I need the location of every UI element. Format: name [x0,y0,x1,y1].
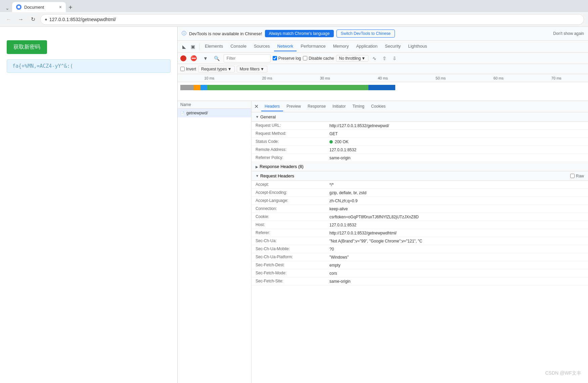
request-headers-section[interactable]: Request Headers Raw [252,171,588,181]
val-sec-fetch-dest: empty [329,263,584,268]
timeline-mark-5: 50 ms [436,76,446,80]
tbar-blue [200,85,207,90]
device-icon-btn[interactable]: ▣ [189,43,197,51]
get-password-button[interactable]: 获取新密码 [7,40,47,54]
filter-input[interactable] [224,54,271,62]
key-sec-fetch-mode: Sec-Fetch-Mode: [256,271,329,276]
back-btn[interactable]: ← [4,15,13,24]
upload-icon-btn[interactable]: ⇧ [380,54,389,62]
tab-lighthouse[interactable]: Lighthous [405,42,430,51]
more-filters-btn[interactable]: More filters ▼ [237,66,267,72]
filter-icon-btn[interactable]: ▼ [201,54,210,62]
main-area: 获取新密码 fa{+%MN,=ACZ4-yY^&:( ⓘ DevTools is… [0,27,588,383]
dont-show-again-btn[interactable]: Don't show again [553,31,584,36]
timeline-mark-3: 30 ms [320,76,330,80]
tab-performance[interactable]: Performance [297,42,329,51]
val-sec-fetch-site: same-origin [329,279,584,284]
browser-window: ⌄ Document × + ← → ↻ ● 127.0.0.1:8532/ge… [0,0,588,383]
general-row-status: Status Code: 200 OK [252,138,588,146]
req-header-sec-fetch-mode: Sec-Fetch-Mode: cors [252,269,588,277]
request-types-btn[interactable]: Request types ▼ [198,66,235,72]
row-val-url: http://127.0.0.1:8532/getnewpwd/ [329,123,584,128]
filter-row: Invert Request types ▼ More filters ▼ [178,64,588,74]
detail-tab-timing[interactable]: Timing [349,102,368,111]
val-accept-language: zh-CN,zh;q=0.9 [329,198,584,203]
tab-close-btn[interactable]: × [59,4,62,10]
row-val-status: 200 OK [329,139,584,144]
request-item-getnewpwd[interactable]: 📄 getnewpwd/ [178,109,251,117]
raw-checkbox-input[interactable] [570,174,575,178]
wifi-icon-btn[interactable]: ∿ [370,54,378,62]
address-bar[interactable]: ● 127.0.0.1:8532/getnewpwdhtml/ [40,14,584,25]
tab-dropdown-btn[interactable]: ⌄ [3,4,12,12]
key-sec-ch-ua-mobile: Sec-Ch-Ua-Mobile: [256,247,329,252]
timeline-bar-area [178,82,588,101]
lock-icon: ● [45,17,47,22]
val-accept: */* [329,182,584,187]
tab-elements[interactable]: Elements [201,42,226,51]
new-tab-btn[interactable]: + [66,3,75,12]
req-header-accept-encoding: Accept-Encoding: gzip, deflate, br, zstd [252,189,588,197]
devtools-tabs: ◣ ▣ Elements Console Sources Network Per… [178,41,588,53]
req-header-sec-fetch-site: Sec-Fetch-Site: same-origin [252,277,588,285]
general-section-header[interactable]: General [252,112,588,122]
switch-to-chinese-btn[interactable]: Switch DevTools to Chinese [336,30,395,38]
info-icon: ⓘ [182,31,186,37]
raw-checkbox[interactable]: Raw [570,174,584,178]
status-dot [329,140,333,144]
tab-security[interactable]: Security [381,42,404,51]
detail-tab-cookies[interactable]: Cookies [368,102,389,111]
request-headers-label: Request Headers [256,173,294,178]
disable-cache-checkbox[interactable]: Disable cache [303,56,334,61]
match-language-btn[interactable]: Always match Chrome's language [265,30,334,37]
req-header-sec-ch-ua-platform: Sec-Ch-Ua-Platform: "Windows" [252,253,588,261]
search-btn[interactable]: 🔍 [212,54,222,62]
detail-tab-initiator[interactable]: Initiator [329,102,349,111]
tbar-gray [180,85,194,90]
tab-sources[interactable]: Sources [251,42,273,51]
inspect-icon-btn[interactable]: ◣ [180,43,188,51]
val-sec-ch-ua: "Not A(Brand";v="99", "Google Chrome";v=… [329,238,584,243]
key-referer: Referer: [256,230,329,235]
clear-btn[interactable]: ⛔ [188,54,199,63]
tab-memory[interactable]: Memory [330,42,352,51]
throttling-btn[interactable]: No throttling ▼ [336,55,369,62]
tab-application[interactable]: Application [353,42,381,51]
toolbar-separator [199,43,199,50]
row-val-referrer: same-origin [329,155,584,160]
row-key-method: Request Method: [256,131,329,136]
timeline-mark-6: 60 ms [494,76,504,80]
tab-network[interactable]: Network [274,42,297,51]
tab-console[interactable]: Console [227,42,250,51]
nav-bar: ← → ↻ ● 127.0.0.1:8532/getnewpwdhtml/ [0,12,588,27]
watermark: CSDN @WF文丰 [545,370,581,376]
val-cookie: csrftoken=oGqPT8f0ruxTJ6fNYfZL82jUTzJXnZ… [329,214,584,219]
detail-close-btn[interactable]: ✕ [254,103,259,110]
forward-btn[interactable]: → [16,15,26,24]
key-cookie: Cookie: [256,214,329,219]
tbar-bluedeep [368,85,395,90]
row-val-method: GET [329,131,584,136]
request-item-name: getnewpwd/ [186,111,208,115]
tab-title: Document [24,5,44,10]
tab-favicon [16,4,21,10]
preserve-log-checkbox[interactable]: Preserve log [273,56,301,61]
val-sec-fetch-mode: cors [329,271,584,276]
network-toolbar: ⛔ ▼ 🔍 Preserve log Disable cache No thro… [178,53,588,64]
val-sec-ch-ua-platform: "Windows" [329,255,584,260]
req-header-accept: Accept: */* [252,181,588,189]
key-accept-encoding: Accept-Encoding: [256,190,329,195]
record-btn[interactable] [180,55,186,61]
detail-tab-headers[interactable]: Headers [261,102,283,111]
response-headers-section[interactable]: Response Headers (8) [252,162,588,171]
download-icon-btn[interactable]: ⇩ [391,54,399,62]
key-connection: Connection: [256,206,329,211]
reload-btn[interactable]: ↻ [28,15,38,24]
detail-tab-preview[interactable]: Preview [283,102,304,111]
detail-tab-response[interactable]: Response [304,102,329,111]
request-area: Name 📄 getnewpwd/ ✕ Headers Preview Resp… [178,101,588,383]
browser-tab[interactable]: Document × [12,2,66,12]
timeline-header: 10 ms 20 ms 30 ms 40 ms 50 ms 60 ms 70 m… [178,74,588,82]
invert-checkbox[interactable]: Invert [180,67,196,71]
val-connection: keep-alive [329,206,584,211]
